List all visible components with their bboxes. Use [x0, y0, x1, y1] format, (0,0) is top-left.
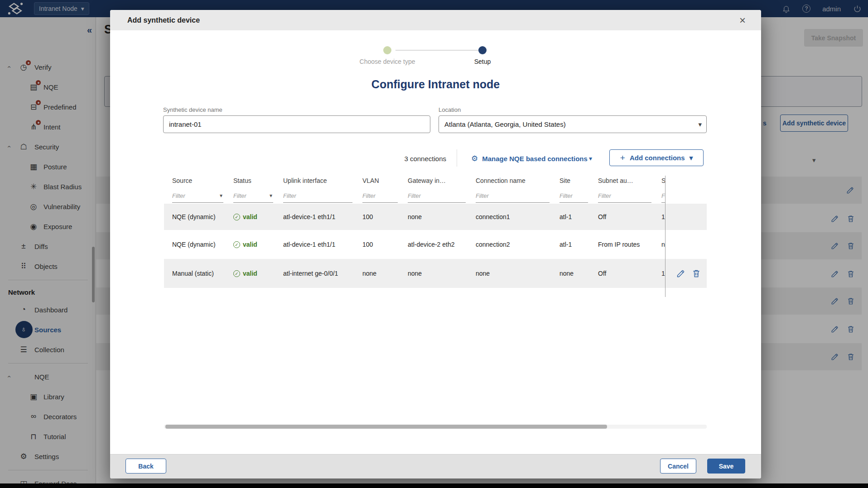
cell-uplink-interface: atl-device-1 eth1/1: [283, 213, 362, 220]
filter-input-site[interactable]: Filter: [559, 189, 588, 203]
step-setup-dot: [478, 46, 487, 54]
chevron-down-icon: ▾: [690, 154, 693, 162]
gear-icon: ⚙: [471, 154, 478, 163]
location-label: Location: [439, 106, 461, 113]
cell-s: no: [661, 241, 665, 248]
connections-table: SourceStatusUplink interfaceVLANGateway …: [164, 173, 707, 288]
location-value: Atlanta (Atlanta, Georgia, United States…: [444, 120, 566, 128]
filter-dropdown-caret-icon[interactable]: ▾: [270, 192, 272, 199]
connection-row-3[interactable]: Manual (static)✓validatl-internet ge-0/0…: [164, 259, 707, 288]
column-header-source: Source: [172, 177, 233, 184]
check-circle-icon: ✓: [233, 214, 240, 220]
back-button[interactable]: Back: [125, 459, 166, 474]
column-header-s: S: [661, 177, 665, 184]
cell-site: none: [559, 270, 598, 277]
filter-input-source[interactable]: Filter▾: [172, 189, 223, 203]
cancel-button[interactable]: Cancel: [660, 459, 696, 474]
cell-connection-name: none: [476, 270, 559, 277]
plus-icon: +: [620, 153, 625, 163]
add-connections-label: Add connections: [630, 154, 685, 162]
cell-gateway-in-: none: [408, 270, 476, 277]
edit-icon[interactable]: [676, 269, 685, 278]
column-header-site: Site: [559, 177, 598, 184]
manage-dropdown-caret-icon[interactable]: ▾: [589, 155, 592, 162]
toolbar-divider: [457, 149, 457, 167]
cell-source: NQE (dynamic): [172, 213, 233, 220]
cell-gateway-in-: none: [408, 213, 476, 220]
check-circle-icon: ✓: [233, 241, 240, 248]
column-header-connection-name: Connection name: [476, 177, 559, 184]
save-button[interactable]: Save: [707, 459, 745, 474]
add-connections-button[interactable]: + Add connections ▾: [609, 149, 704, 166]
cell-s: 10: [661, 270, 665, 277]
cell-source: NQE (dynamic): [172, 241, 233, 248]
filter-input-s[interactable]: Filter: [661, 189, 665, 203]
cell-subnet-au-: Off: [598, 213, 661, 220]
connections-count: 3 connections: [364, 155, 446, 163]
cell-connection-name: connection2: [476, 241, 559, 248]
status-valid: ✓valid: [233, 241, 280, 248]
cell-s: 1.: [661, 213, 665, 220]
close-icon[interactable]: ×: [736, 14, 749, 27]
stepper-connector: [395, 50, 478, 51]
table-header-row: SourceStatusUplink interfaceVLANGateway …: [164, 173, 707, 188]
filter-input-gateway-in-[interactable]: Filter: [408, 189, 466, 203]
step-choose-device-type-label: Choose device type: [338, 58, 437, 65]
column-header-vlan: VLAN: [362, 177, 408, 184]
check-circle-icon: ✓: [233, 270, 240, 277]
column-header-gateway-in-: Gateway in…: [408, 177, 476, 184]
filter-input-status[interactable]: Filter▾: [233, 189, 273, 203]
filter-input-connection-name[interactable]: Filter: [476, 189, 550, 203]
modal-heading: Configure Intranet node: [110, 78, 761, 91]
cell-vlan: 100: [362, 241, 408, 248]
filter-dropdown-caret-icon[interactable]: ▾: [220, 192, 222, 199]
add-synthetic-device-modal: Add synthetic device × Choose device typ…: [110, 10, 761, 478]
step-choose-device-type-dot[interactable]: [383, 46, 391, 54]
delete-icon[interactable]: [692, 269, 701, 278]
location-select[interactable]: Atlanta (Atlanta, Georgia, United States…: [439, 115, 707, 133]
cell-source: Manual (static): [172, 270, 233, 277]
step-setup-label: Setup: [433, 58, 532, 65]
cell-uplink-interface: atl-device-1 eth1/1: [283, 241, 362, 248]
filter-input-subnet-au-[interactable]: Filter: [598, 189, 651, 203]
manage-nqe-connections-button[interactable]: ⚙ Manage NQE based connections: [471, 154, 588, 163]
modal-title: Add synthetic device: [127, 10, 200, 30]
filter-input-uplink-interface[interactable]: Filter: [283, 189, 352, 203]
bottom-bar: [0, 483, 868, 488]
cell-gateway-in-: atl-device-2 eth2: [408, 241, 476, 248]
table-filter-row: Filter▾Filter▾FilterFilterFilterFilterFi…: [164, 188, 707, 204]
device-name-input[interactable]: [163, 115, 430, 133]
connection-row-2[interactable]: NQE (dynamic)✓validatl-device-1 eth1/110…: [164, 230, 707, 259]
cell-site: atl-1: [559, 241, 598, 248]
status-valid: ✓valid: [233, 213, 280, 220]
cell-vlan: 100: [362, 213, 408, 220]
cell-site: atl-1: [559, 213, 598, 220]
cell-subnet-au-: From IP routes: [598, 241, 661, 248]
cell-uplink-interface: atl-internet ge-0/0/1: [283, 270, 362, 277]
column-header-uplink-interface: Uplink interface: [283, 177, 362, 184]
device-name-label: Synthetic device name: [163, 106, 222, 113]
manage-nqe-connections-label: Manage NQE based connections: [482, 155, 588, 163]
table-hscrollbar-thumb[interactable]: [165, 425, 607, 429]
modal-header: Add synthetic device ×: [110, 10, 761, 30]
app-root: Intranet Node ▾ ? admin « ›◷Verify▤NQE⊟P…: [0, 0, 868, 488]
column-resize-line[interactable]: [665, 176, 665, 297]
filter-input-vlan[interactable]: Filter: [362, 189, 398, 203]
cell-subnet-au-: Off: [598, 270, 661, 277]
chevron-down-icon: ▾: [698, 120, 702, 129]
cell-connection-name: connection1: [476, 213, 559, 220]
modal-footer: Back Cancel Save: [110, 454, 761, 478]
column-header-subnet-au-: Subnet au…: [598, 177, 661, 184]
cell-vlan: none: [362, 270, 408, 277]
column-header-status: Status: [233, 177, 283, 184]
status-valid: ✓valid: [233, 270, 280, 277]
connection-row-1[interactable]: NQE (dynamic)✓validatl-device-1 eth1/110…: [164, 204, 707, 230]
